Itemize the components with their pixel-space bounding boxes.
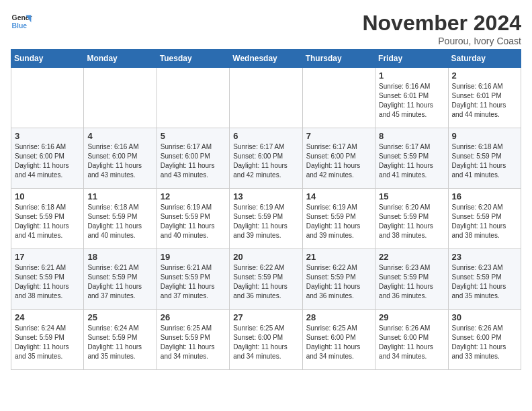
day-number: 17 [15,252,80,262]
location: Pourou, Ivory Coast [362,36,521,46]
day-number: 30 [452,312,517,322]
calendar-cell: 27Sunrise: 6:25 AM Sunset: 6:00 PM Dayli… [230,310,302,370]
cell-info: Sunrise: 6:17 AM Sunset: 6:00 PM Dayligh… [233,142,298,180]
calendar-cell: 9Sunrise: 6:18 AM Sunset: 5:59 PM Daylig… [448,128,521,189]
cell-info: Sunrise: 6:22 AM Sunset: 5:59 PM Dayligh… [306,263,371,301]
weekday-header: Saturday [448,50,521,68]
calendar-cell: 10Sunrise: 6:18 AM Sunset: 5:59 PM Dayli… [11,189,84,249]
calendar-week: 1Sunrise: 6:16 AM Sunset: 6:01 PM Daylig… [11,68,521,128]
weekday-header: Thursday [302,50,375,68]
calendar-cell: 6Sunrise: 6:17 AM Sunset: 6:00 PM Daylig… [230,128,302,189]
cell-info: Sunrise: 6:19 AM Sunset: 5:59 PM Dayligh… [306,203,371,240]
cell-info: Sunrise: 6:19 AM Sunset: 5:59 PM Dayligh… [161,203,226,240]
day-number: 14 [306,191,371,201]
cell-info: Sunrise: 6:21 AM Sunset: 5:59 PM Dayligh… [87,263,152,301]
calendar-cell: 26Sunrise: 6:25 AM Sunset: 5:59 PM Dayli… [157,310,229,370]
day-number: 7 [306,131,371,141]
cell-info: Sunrise: 6:18 AM Sunset: 5:59 PM Dayligh… [15,203,80,240]
day-number: 11 [87,191,152,201]
cell-info: Sunrise: 6:16 AM Sunset: 6:01 PM Dayligh… [452,82,517,120]
calendar-cell: 13Sunrise: 6:19 AM Sunset: 5:59 PM Dayli… [230,189,302,249]
title-block: November 2024 Pourou, Ivory Coast [362,11,521,46]
cell-info: Sunrise: 6:25 AM Sunset: 6:00 PM Dayligh… [306,324,371,361]
day-number: 21 [306,252,371,262]
cell-info: Sunrise: 6:16 AM Sunset: 6:01 PM Dayligh… [379,82,444,120]
calendar-cell [230,68,302,128]
weekday-header: Tuesday [157,50,229,68]
svg-text:Blue: Blue [12,22,28,30]
day-number: 20 [233,252,298,262]
day-number: 5 [161,131,226,141]
calendar-cell: 20Sunrise: 6:22 AM Sunset: 5:59 PM Dayli… [230,249,302,310]
day-number: 27 [233,312,298,322]
weekday-header: Wednesday [230,50,302,68]
calendar-week: 10Sunrise: 6:18 AM Sunset: 5:59 PM Dayli… [11,189,521,249]
weekday-header: Sunday [11,50,84,68]
cell-info: Sunrise: 6:23 AM Sunset: 5:59 PM Dayligh… [379,263,444,301]
day-number: 10 [15,191,80,201]
day-number: 18 [87,252,152,262]
day-number: 28 [306,312,371,322]
calendar-cell: 19Sunrise: 6:21 AM Sunset: 5:59 PM Dayli… [157,249,229,310]
cell-info: Sunrise: 6:24 AM Sunset: 5:59 PM Dayligh… [87,324,152,361]
calendar-cell: 11Sunrise: 6:18 AM Sunset: 5:59 PM Dayli… [84,189,157,249]
cell-info: Sunrise: 6:20 AM Sunset: 5:59 PM Dayligh… [379,203,444,240]
cell-info: Sunrise: 6:16 AM Sunset: 6:00 PM Dayligh… [87,142,152,180]
cell-info: Sunrise: 6:26 AM Sunset: 6:00 PM Dayligh… [452,324,517,361]
calendar-cell: 29Sunrise: 6:26 AM Sunset: 6:00 PM Dayli… [375,310,448,370]
cell-info: Sunrise: 6:19 AM Sunset: 5:59 PM Dayligh… [233,203,298,240]
day-number: 13 [233,191,298,201]
cell-info: Sunrise: 6:26 AM Sunset: 6:00 PM Dayligh… [379,324,444,361]
calendar-cell: 28Sunrise: 6:25 AM Sunset: 6:00 PM Dayli… [302,310,375,370]
calendar-cell [11,68,84,128]
day-number: 29 [379,312,444,322]
calendar-cell: 15Sunrise: 6:20 AM Sunset: 5:59 PM Dayli… [375,189,448,249]
calendar-cell [157,68,229,128]
cell-info: Sunrise: 6:16 AM Sunset: 6:00 PM Dayligh… [15,142,80,180]
cell-info: Sunrise: 6:21 AM Sunset: 5:59 PM Dayligh… [15,263,80,301]
day-number: 16 [452,191,517,201]
cell-info: Sunrise: 6:24 AM Sunset: 5:59 PM Dayligh… [15,324,80,361]
calendar-cell: 14Sunrise: 6:19 AM Sunset: 5:59 PM Dayli… [302,189,375,249]
calendar-cell [84,68,157,128]
calendar-cell: 22Sunrise: 6:23 AM Sunset: 5:59 PM Dayli… [375,249,448,310]
calendar-cell: 4Sunrise: 6:16 AM Sunset: 6:00 PM Daylig… [84,128,157,189]
calendar-cell: 8Sunrise: 6:17 AM Sunset: 5:59 PM Daylig… [375,128,448,189]
calendar-header: SundayMondayTuesdayWednesdayThursdayFrid… [11,50,521,68]
calendar-cell: 1Sunrise: 6:16 AM Sunset: 6:01 PM Daylig… [375,68,448,128]
day-number: 1 [379,71,444,81]
cell-info: Sunrise: 6:21 AM Sunset: 5:59 PM Dayligh… [161,263,226,301]
cell-info: Sunrise: 6:18 AM Sunset: 5:59 PM Dayligh… [87,203,152,240]
day-number: 24 [15,312,80,322]
day-number: 22 [379,252,444,262]
calendar-cell: 17Sunrise: 6:21 AM Sunset: 5:59 PM Dayli… [11,249,84,310]
calendar-body: 1Sunrise: 6:16 AM Sunset: 6:01 PM Daylig… [11,68,521,370]
cell-info: Sunrise: 6:17 AM Sunset: 6:00 PM Dayligh… [306,142,371,180]
day-number: 8 [379,131,444,141]
weekday-header: Monday [84,50,157,68]
calendar-week: 17Sunrise: 6:21 AM Sunset: 5:59 PM Dayli… [11,249,521,310]
cell-info: Sunrise: 6:17 AM Sunset: 5:59 PM Dayligh… [379,142,444,180]
day-number: 12 [161,191,226,201]
cell-info: Sunrise: 6:23 AM Sunset: 5:59 PM Dayligh… [452,263,517,301]
day-number: 15 [379,191,444,201]
cell-info: Sunrise: 6:20 AM Sunset: 5:59 PM Dayligh… [452,203,517,240]
day-number: 19 [161,252,226,262]
cell-info: Sunrise: 6:18 AM Sunset: 5:59 PM Dayligh… [452,142,517,180]
logo: General Blue [11,11,32,32]
day-number: 26 [161,312,226,322]
day-number: 9 [452,131,517,141]
calendar-cell: 30Sunrise: 6:26 AM Sunset: 6:00 PM Dayli… [448,310,521,370]
calendar-cell: 21Sunrise: 6:22 AM Sunset: 5:59 PM Dayli… [302,249,375,310]
day-number: 4 [87,131,152,141]
calendar-cell: 7Sunrise: 6:17 AM Sunset: 6:00 PM Daylig… [302,128,375,189]
calendar-table: SundayMondayTuesdayWednesdayThursdayFrid… [11,49,521,370]
day-number: 6 [233,131,298,141]
page-header: General Blue November 2024 Pourou, Ivory… [11,11,521,46]
cell-info: Sunrise: 6:25 AM Sunset: 6:00 PM Dayligh… [233,324,298,361]
calendar-cell: 5Sunrise: 6:17 AM Sunset: 6:00 PM Daylig… [157,128,229,189]
month-title: November 2024 [362,11,521,36]
cell-info: Sunrise: 6:22 AM Sunset: 5:59 PM Dayligh… [233,263,298,301]
cell-info: Sunrise: 6:25 AM Sunset: 5:59 PM Dayligh… [161,324,226,361]
calendar-cell: 24Sunrise: 6:24 AM Sunset: 5:59 PM Dayli… [11,310,84,370]
